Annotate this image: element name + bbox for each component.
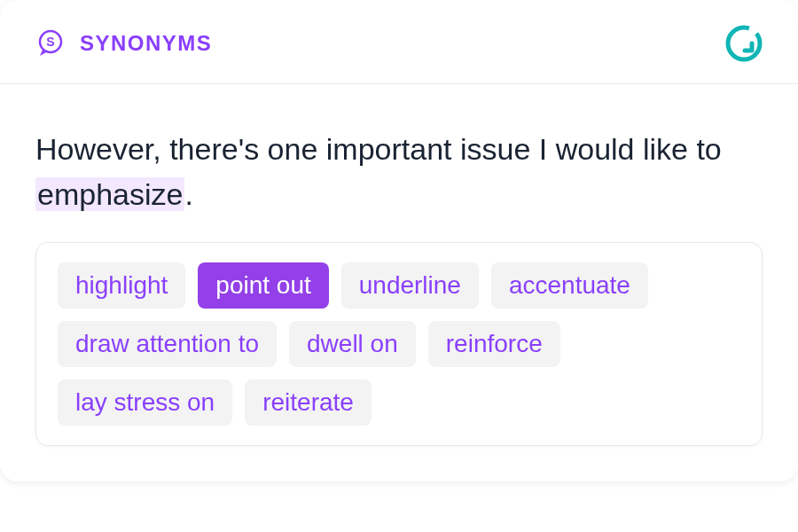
sentence-after: . [184,177,192,211]
synonym-suggestions-box: highlight point out underline accentuate… [35,242,763,446]
synonym-row: highlight point out underline accentuate… [58,262,740,426]
synonym-chip[interactable]: point out [198,262,328,309]
synonym-chip[interactable]: dwell on [289,321,416,367]
card-content: However, there's one important issue I w… [0,84,798,481]
synonym-chip[interactable]: draw attention to [58,321,277,367]
synonyms-card: S SYNONYMS However, there's one importan… [0,0,798,481]
card-header: S SYNONYMS [0,0,798,84]
synonym-icon: S [35,28,66,59]
svg-point-3 [725,25,763,62]
synonym-chip[interactable]: reiterate [245,379,372,426]
header-title: SYNONYMS [80,31,212,56]
grammarly-logo-icon [725,25,763,62]
synonym-chip[interactable]: underline [341,262,479,309]
synonym-chip[interactable]: lay stress on [58,379,232,426]
sentence-before: However, there's one important issue I w… [35,132,722,166]
header-left: S SYNONYMS [35,28,212,59]
synonym-chip[interactable]: highlight [58,262,185,309]
synonym-chip[interactable]: accentuate [491,262,648,309]
synonym-chip[interactable]: reinforce [428,321,560,367]
example-sentence: However, there's one important issue I w… [35,127,763,217]
svg-text:S: S [46,35,54,49]
highlighted-word[interactable]: emphasize [35,177,184,211]
